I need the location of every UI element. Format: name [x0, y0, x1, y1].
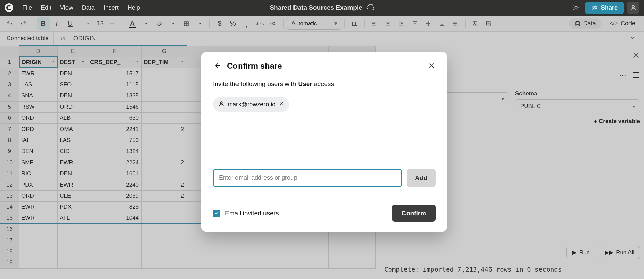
menu-file[interactable]: File — [22, 4, 32, 11]
chip-email: mark@rowzero.io — [228, 101, 275, 108]
svg-point-2 — [595, 6, 597, 7]
menu-insert[interactable]: Insert — [104, 4, 119, 11]
menubar: File Edit View Data Insert Help Shared D… — [0, 0, 644, 16]
modal-close-button[interactable] — [428, 62, 436, 71]
menu-edit[interactable]: Edit — [41, 4, 51, 11]
share-button[interactable]: Share — [585, 2, 624, 14]
doc-title-area: Shared Data Sources Example — [270, 3, 374, 13]
chip-remove-button[interactable] — [279, 101, 284, 108]
svg-point-3 — [632, 5, 635, 8]
svg-point-1 — [593, 6, 594, 8]
email-users-checkbox[interactable] — [213, 210, 220, 217]
email-users-label[interactable]: Email invited users — [225, 210, 279, 217]
doc-title[interactable]: Shared Data Sources Example — [270, 4, 362, 11]
invite-description: Invite the following users with User acc… — [213, 80, 436, 88]
theme-toggle-icon[interactable] — [570, 2, 582, 14]
menu-data[interactable]: Data — [82, 4, 95, 11]
svg-point-11 — [220, 102, 222, 104]
confirm-share-modal: Confirm share Invite the following users… — [201, 52, 447, 232]
menu-view[interactable]: View — [60, 4, 73, 11]
modal-title: Confirm share — [227, 61, 282, 71]
menu-help[interactable]: Help — [128, 4, 140, 11]
share-button-label: Share — [601, 4, 618, 11]
cloud-sync-icon — [366, 3, 374, 13]
modal-back-button[interactable] — [213, 62, 221, 71]
person-icon — [218, 101, 224, 108]
user-menu-button[interactable] — [627, 2, 639, 14]
confirm-button[interactable]: Confirm — [392, 205, 436, 222]
svg-point-0 — [575, 6, 577, 9]
email-input[interactable] — [213, 169, 402, 187]
add-button[interactable]: Add — [407, 169, 436, 187]
invitee-chip: mark@rowzero.io — [213, 97, 289, 112]
invitee-chips: mark@rowzero.io — [213, 97, 436, 112]
app-logo[interactable] — [5, 3, 13, 12]
